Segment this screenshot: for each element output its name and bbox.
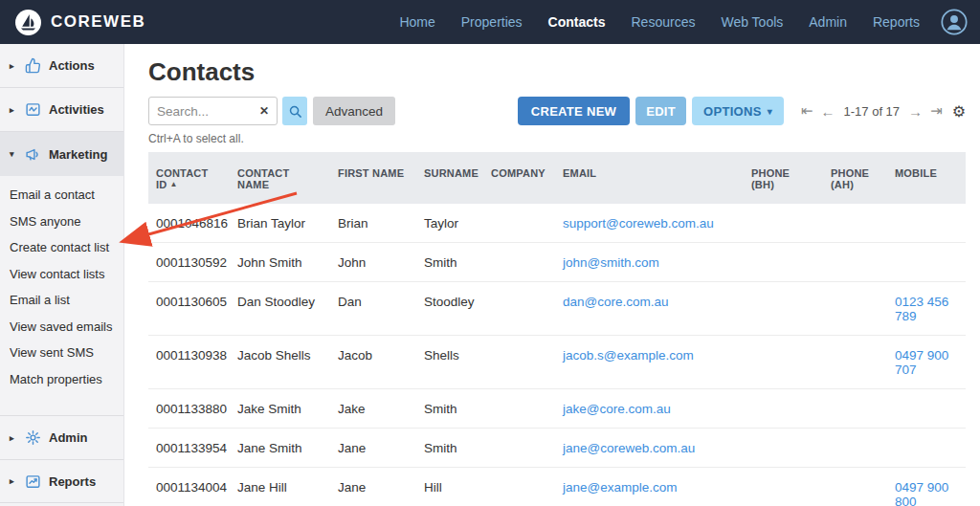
gear-icon [25, 429, 41, 446]
cell-first-name: John [330, 243, 416, 282]
cell-company [483, 282, 555, 336]
chevron-right-icon: ▸ [10, 433, 17, 443]
search-input[interactable] [157, 104, 256, 119]
cell-phone-bh [744, 468, 823, 506]
last-page-button[interactable]: ⇥ [926, 102, 947, 120]
marketing-submenu-item[interactable]: SMS anyone [0, 209, 123, 235]
marketing-submenu-item[interactable]: Email a contact [0, 182, 123, 209]
email-link[interactable]: jacob.s@example.com [563, 348, 694, 363]
mobile-link[interactable]: 0497 900 707 [895, 348, 948, 377]
marketing-submenu-item[interactable]: Create contact list [0, 234, 123, 261]
thumbs-up-icon [25, 57, 41, 74]
chevron-down-icon: ▾ [10, 149, 17, 159]
search-button[interactable] [282, 97, 307, 125]
cell-email: jane@example.com [555, 468, 744, 506]
sidebar-item-label: Activities [49, 102, 104, 117]
cell-surname: Stoodley [416, 282, 483, 336]
table-row[interactable]: 0001133880 Jake Smith Jake Smith jake@co… [148, 389, 966, 429]
cell-first-name: Jake [330, 389, 416, 429]
advanced-search-button[interactable]: Advanced [313, 97, 395, 125]
chevron-right-icon: ▸ [10, 105, 17, 115]
table-settings-gear-icon[interactable]: ⚙ [947, 102, 966, 121]
table-row[interactable]: 0001133954 Jane Smith Jane Smith jane@co… [148, 429, 966, 468]
edit-button[interactable]: EDIT [635, 97, 686, 125]
topnav-item[interactable]: Properties [461, 14, 523, 30]
sidebar-item-label: Marketing [49, 147, 107, 162]
cell-contact-name: Jane Hill [230, 468, 330, 506]
cell-contact-name: Jacob Shells [230, 336, 330, 389]
brand-logo[interactable]: COREWEB [15, 10, 145, 35]
chart-icon [25, 473, 41, 490]
topnav-item[interactable]: Contacts [548, 14, 606, 30]
table-column-header[interactable]: PHONE (BH) [744, 152, 823, 204]
sidebar-item-actions[interactable]: ▸ Actions [0, 44, 123, 88]
table-row[interactable]: 0001130605 Dan Stoodley Dan Stoodley dan… [148, 282, 966, 336]
topnav-item[interactable]: Resources [632, 14, 696, 30]
cell-first-name: Brian [330, 204, 416, 243]
activity-icon [25, 101, 41, 118]
mobile-link[interactable]: 0497 900 800 [895, 480, 948, 506]
table-column-header[interactable]: CONTACT ID▲ [148, 152, 230, 204]
sidebar: ▸ Actions ▸ Activities ▾ [0, 44, 124, 506]
pagination: ⇤ ← 1-17 of 17 → ⇥ ⚙ [797, 102, 966, 121]
table-column-header[interactable]: COMPANY [483, 152, 555, 204]
table-column-header[interactable]: PHONE (AH) [823, 152, 887, 204]
page-title: Contacts [148, 57, 966, 87]
user-avatar-button[interactable] [941, 9, 968, 35]
table-row[interactable]: 0001130592 John Smith John Smith john@sm… [148, 243, 966, 282]
table-column-header[interactable]: SURNAME [416, 152, 483, 204]
email-link[interactable]: jake@core.com.au [563, 402, 671, 416]
cell-mobile [887, 389, 966, 429]
topnav-item[interactable]: Home [399, 14, 434, 30]
table-column-header[interactable]: EMAIL [555, 152, 744, 204]
table-column-header[interactable]: MOBILE [887, 152, 966, 204]
table-column-header[interactable]: CONTACT NAME [230, 152, 330, 204]
search-box: ✕ [148, 97, 278, 125]
marketing-submenu-item[interactable]: View sent SMS [0, 340, 123, 366]
cell-email: support@coreweb.com.au [555, 204, 744, 243]
previous-page-button[interactable]: ← [817, 103, 839, 120]
marketing-submenu-item[interactable]: View saved emails [0, 314, 123, 341]
cell-mobile: 0497 900 707 [887, 336, 966, 389]
cell-first-name: Jane [330, 429, 416, 468]
chevron-down-icon: ▾ [768, 106, 772, 117]
create-new-button[interactable]: CREATE NEW [518, 97, 630, 125]
mobile-link[interactable]: 0123 456 789 [895, 295, 948, 323]
marketing-submenu-item[interactable]: Email a list [0, 287, 123, 314]
table-column-header[interactable]: FIRST NAME [330, 152, 416, 204]
table-row[interactable]: 0001130938 Jacob Shells Jacob Shells jac… [148, 336, 966, 389]
email-link[interactable]: john@smith.com [563, 255, 659, 270]
next-page-button[interactable]: → [904, 103, 926, 120]
cell-mobile [887, 243, 966, 282]
table-row[interactable]: 0001046816 Brian Taylor Brian Taylor sup… [148, 204, 966, 243]
topnav-item[interactable]: Admin [809, 14, 847, 30]
marketing-submenu: Email a contactSMS anyoneCreate contact … [0, 176, 123, 415]
sidebar-item-reports[interactable]: ▸ Reports [0, 459, 123, 503]
email-link[interactable]: jane@example.com [563, 480, 678, 495]
options-dropdown-button[interactable]: OPTIONS ▾ [692, 97, 784, 125]
sort-ascending-icon: ▲ [169, 180, 177, 188]
topnav-item[interactable]: Reports [873, 14, 920, 30]
sidebar-item-marketing[interactable]: ▾ Marketing [0, 132, 123, 176]
marketing-submenu-item[interactable]: Match properties [0, 366, 123, 393]
cell-contact-name: John Smith [230, 243, 330, 282]
cell-phone-ah [823, 429, 887, 468]
email-link[interactable]: support@coreweb.com.au [563, 216, 714, 231]
cell-contact-name: Jake Smith [230, 389, 330, 429]
topnav-item[interactable]: Web Tools [721, 14, 783, 30]
contacts-table: CONTACT ID▲CONTACT NAMEFIRST NAMESURNAME… [148, 152, 966, 506]
chevron-right-icon: ▸ [10, 476, 17, 486]
sidebar-item-activities[interactable]: ▸ Activities [0, 88, 123, 132]
clear-search-icon[interactable]: ✕ [256, 104, 269, 118]
sidebar-item-admin[interactable]: ▸ Admin [0, 415, 123, 459]
email-link[interactable]: dan@core.com.au [563, 295, 669, 309]
cell-email: jacob.s@example.com [555, 336, 744, 389]
action-buttons: CREATE NEW EDIT OPTIONS ▾ ⇤ ← 1-17 of 17… [518, 97, 966, 125]
cell-company [483, 429, 555, 468]
first-page-button[interactable]: ⇤ [797, 102, 817, 120]
marketing-submenu-item[interactable]: View contact lists [0, 261, 123, 288]
cell-email: jane@coreweb.com.au [555, 429, 744, 468]
email-link[interactable]: jane@coreweb.com.au [563, 441, 695, 455]
cell-contact-name: Dan Stoodley [230, 282, 330, 336]
table-row[interactable]: 0001134004 Jane Hill Jane Hill jane@exam… [148, 468, 966, 506]
